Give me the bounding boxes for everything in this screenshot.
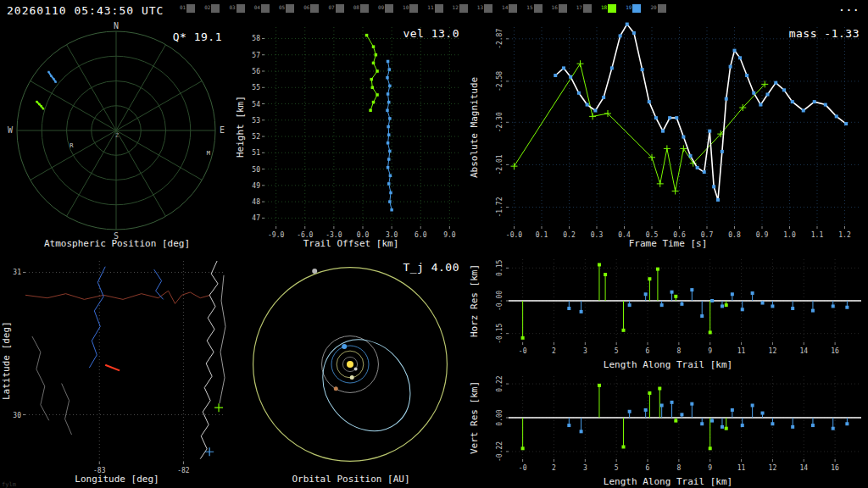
- frame-toggle-17[interactable]: 17: [576, 4, 592, 13]
- svg-text:-0.00: -0.00: [496, 291, 504, 311]
- frame-number: 10: [403, 5, 409, 10]
- frame-toggle-20[interactable]: 20: [650, 4, 665, 13]
- frame-number: 05: [279, 5, 285, 10]
- svg-text:-2.30: -2.30: [496, 112, 504, 132]
- frame-toggle-19[interactable]: 19: [626, 4, 641, 13]
- frame-toggle-12[interactable]: 12: [453, 4, 468, 13]
- ground-track-map: -83-823031: [0, 254, 234, 488]
- frame-box-icon: [360, 4, 369, 13]
- y-axis-label: Horz Res [km]: [468, 254, 480, 347]
- frame-number: 02: [204, 5, 210, 10]
- frame-number: 15: [526, 5, 532, 10]
- frame-toggle-14[interactable]: 14: [502, 4, 517, 13]
- svg-text:14: 14: [799, 347, 808, 355]
- frame-number: 04: [254, 5, 260, 10]
- frame-box-icon: [658, 4, 666, 13]
- frame-toggle-09[interactable]: 09: [378, 4, 393, 13]
- y-axis-label: Height [km]: [234, 20, 246, 234]
- svg-text:6: 6: [646, 347, 650, 355]
- frame-toggle-18[interactable]: 18: [601, 4, 616, 13]
- atmospheric-position-panel: NSWEZRM Q* 19.1 Atmospheric Position [de…: [0, 20, 234, 254]
- svg-text:57: 57: [252, 52, 260, 59]
- frame-toggle-16[interactable]: 16: [552, 4, 567, 13]
- svg-text:48: 48: [252, 198, 260, 206]
- svg-text:8: 8: [676, 464, 681, 472]
- svg-text:3: 3: [583, 347, 587, 355]
- svg-text:51: 51: [252, 149, 260, 157]
- frame-number: 16: [552, 5, 558, 10]
- y-axis-label: Absolute Magnitude: [468, 20, 480, 234]
- frame-box-icon: [211, 4, 220, 13]
- svg-text:-0: -0: [519, 347, 527, 355]
- y-axis-label: Vert Res [km]: [468, 371, 480, 464]
- frame-toggle-08[interactable]: 08: [353, 4, 369, 13]
- frame-number: 03: [229, 5, 235, 10]
- svg-text:3: 3: [583, 464, 587, 472]
- frame-toggle-11[interactable]: 11: [427, 4, 442, 13]
- frame-number: 11: [427, 5, 433, 10]
- frame-box-icon: [534, 4, 542, 13]
- frame-toggle-02[interactable]: 02: [204, 4, 220, 13]
- frame-toggle-13[interactable]: 13: [477, 4, 492, 13]
- frame-box-icon: [583, 4, 592, 13]
- frame-number: 20: [650, 5, 656, 10]
- frame-number: 01: [180, 5, 186, 10]
- orbital-position-panel: T_j 4.00 Orbital Position [AU]: [234, 254, 468, 488]
- timestamp: 20260110 05:43:50 UTC: [7, 4, 164, 17]
- svg-text:-1.72: -1.72: [496, 197, 504, 217]
- frame-toggle-01[interactable]: 01: [180, 4, 195, 13]
- frame-box-icon: [261, 4, 270, 13]
- svg-text:16: 16: [831, 464, 839, 472]
- svg-text:0.15: 0.15: [496, 259, 504, 275]
- x-axis-label: Length Along Trail [km]: [468, 359, 868, 370]
- watermark: fylm: [2, 481, 16, 488]
- svg-text:12: 12: [769, 464, 777, 472]
- trail-profile-plot: -9.0-6.0-3.00.03.06.09.04748495051525354…: [234, 20, 468, 254]
- svg-text:58: 58: [252, 35, 260, 42]
- trail-profile-panel: -9.0-6.0-3.00.03.06.09.04748495051525354…: [234, 20, 468, 254]
- svg-text:-2.87: -2.87: [496, 29, 504, 49]
- frame-toggle-10[interactable]: 10: [403, 4, 418, 13]
- svg-text:52: 52: [252, 133, 260, 141]
- x-axis-label: Length Along Trail [km]: [468, 476, 868, 487]
- frame-number: 09: [378, 5, 384, 10]
- svg-text:5: 5: [615, 464, 619, 472]
- atmospheric-position-plot: NSWEZRM: [0, 20, 234, 254]
- vertical-residual-plot: -0235689111214160.220.00-0.22: [468, 371, 868, 488]
- frame-box-icon: [385, 4, 393, 13]
- vertical-residual-panel: -0235689111214160.220.00-0.22 Vert Res […: [468, 371, 868, 488]
- frame-toggle-05[interactable]: 05: [279, 4, 294, 13]
- frame-toggle-04[interactable]: 04: [254, 4, 270, 13]
- svg-text:5: 5: [615, 347, 619, 355]
- light-curve-plot: -0.00.10.20.30.40.50.60.70.80.91.01.11.2…: [468, 20, 868, 254]
- svg-text:2: 2: [552, 347, 556, 355]
- svg-text:0.00: 0.00: [496, 409, 504, 425]
- x-axis-label: Atmospheric Position [deg]: [0, 238, 234, 249]
- svg-text:50: 50: [252, 166, 260, 174]
- top-bar: 20260110 05:43:50 UTC 010203040506070809…: [0, 0, 868, 20]
- meteor-analysis-app: { "header": { "timestamp": "20260110 05:…: [0, 0, 868, 488]
- svg-text:53: 53: [252, 117, 260, 125]
- svg-text:0.22: 0.22: [496, 375, 504, 391]
- frame-box-icon: [435, 4, 443, 13]
- frame-box-icon: [484, 4, 492, 13]
- frame-box-icon: [236, 4, 245, 13]
- tisserand-readout: T_j 4.00: [403, 261, 459, 274]
- frame-toggle-15[interactable]: 15: [526, 4, 542, 13]
- svg-text:9: 9: [708, 347, 712, 355]
- frame-toggle-07[interactable]: 07: [328, 4, 343, 13]
- svg-text:47: 47: [252, 214, 260, 222]
- frame-toggle-06[interactable]: 06: [303, 4, 319, 13]
- svg-text:9: 9: [708, 464, 712, 472]
- frame-number: 06: [303, 5, 309, 10]
- svg-text:M: M: [207, 150, 210, 157]
- more-button[interactable]: ...: [838, 0, 860, 14]
- frame-box-icon: [286, 4, 294, 13]
- frame-box-icon: [608, 4, 616, 13]
- frame-box-icon: [459, 4, 468, 13]
- frame-number: 08: [353, 5, 359, 10]
- frame-toggle-03[interactable]: 03: [229, 4, 244, 13]
- frame-box-icon: [310, 4, 319, 13]
- frame-number: 18: [601, 5, 607, 10]
- horizontal-residual-plot: -0235689111214160.15-0.00-0.15: [468, 254, 868, 371]
